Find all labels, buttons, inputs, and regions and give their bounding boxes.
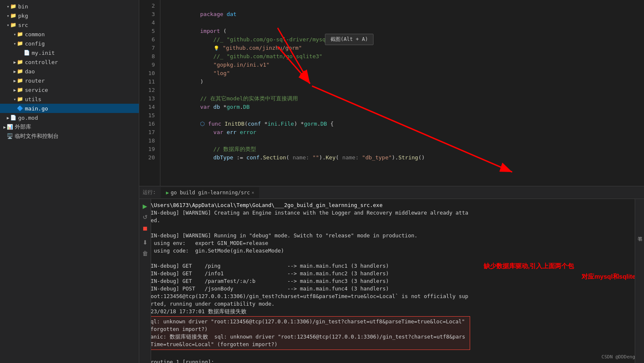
sidebar-item-common[interactable]: ▾ 📁 common bbox=[0, 30, 139, 39]
line-numbers: 2 3 4 5 6 7 8 9 10 11 12 13 14 15 16 17 … bbox=[139, 0, 160, 186]
code-line-3 bbox=[167, 10, 644, 19]
annotation-mysql-sqlite: 对应mysql和sqlite bbox=[582, 273, 636, 281]
sidebar-item-label: go.mod bbox=[18, 115, 38, 121]
code-line-12: // 在其它model的实体类中可直接调用 bbox=[167, 86, 644, 94]
sidebar-item-label: router bbox=[25, 78, 45, 84]
terminal-line-goroutine: goroutine 1 [running]: bbox=[144, 358, 470, 363]
folder-icon: 📁 bbox=[10, 3, 16, 9]
go-file-icon: 🔷 bbox=[17, 105, 23, 111]
terminal-line: C:\Users\86173\AppData\Local\Temp\GoLand… bbox=[144, 202, 470, 209]
folder-icon: 📁 bbox=[17, 68, 23, 74]
chevron-right-icon: ▶ bbox=[14, 78, 16, 83]
annotation-area: 缺少数据库驱动,引入上面两个包 对应mysql和sqlite CSDN @DDD… bbox=[475, 199, 644, 363]
chevron-icon: ▾ bbox=[7, 4, 9, 9]
sidebar-item-external[interactable]: ▶ 📊 外部库 bbox=[0, 122, 139, 132]
folder-icon: 📁 bbox=[17, 31, 23, 37]
chart-icon: 📊 bbox=[7, 124, 13, 130]
sidebar-item-label: main.go bbox=[25, 105, 48, 112]
trash-button[interactable]: 🗑 bbox=[141, 249, 150, 258]
terminal-line bbox=[144, 255, 470, 262]
sidebar-item-label: bin bbox=[18, 3, 28, 10]
sidebar-item-utils[interactable]: ▾ 📁 utils bbox=[0, 94, 139, 104]
folder-icon: 📁 bbox=[10, 13, 16, 19]
sidebar-item-controller[interactable]: ▶ 📁 controller bbox=[0, 57, 139, 67]
sidebar-item-label: controller bbox=[25, 59, 58, 65]
chevron-right-icon: ▶ bbox=[14, 69, 16, 74]
sidebar-item-gomod[interactable]: ▶ 📄 go.mod bbox=[0, 113, 139, 122]
error-box: sql: unknown driver "root:123456@tcp(127… bbox=[144, 316, 470, 350]
folder-icon: 📁 bbox=[17, 87, 23, 93]
sidebar-item-config[interactable]: ▾ 📁 config bbox=[0, 39, 139, 48]
terminal-line-route3: [GIN-debug] GET /paramTest/:a/:b --> mai… bbox=[144, 277, 470, 285]
terminal-line bbox=[144, 224, 470, 232]
sidebar-item-label: dao bbox=[25, 68, 35, 75]
terminal-line-route4: [GIN-debug] POST /jsonBody --> main.main… bbox=[144, 285, 470, 293]
terminal-line-route1: [GIN-debug] GET /ping --> main.main.func… bbox=[144, 262, 470, 270]
code-line-6: 💡 "github.com/jinzhu/gorm" bbox=[167, 35, 644, 44]
chevron-right-icon: ▶ bbox=[7, 116, 9, 120]
sidebar-item-bin[interactable]: ▾ 📁 bin bbox=[0, 2, 139, 11]
sidebar-item-label: common bbox=[25, 31, 45, 38]
sidebar-item-myinit[interactable]: ▾ 📄 my.init bbox=[0, 48, 139, 57]
sidebar-item-label: utils bbox=[25, 96, 41, 102]
sidebar-item-label: pkg bbox=[18, 13, 28, 19]
file-explorer: ▾ 📁 bin ▾ 📁 pkg ▾ 📁 src ▾ 📁 common ▾ 📁 c… bbox=[0, 0, 139, 363]
folder-icon: 📁 bbox=[17, 78, 23, 83]
stop-button[interactable]: ◼ bbox=[141, 223, 150, 233]
code-line-4: import ( bbox=[167, 19, 644, 27]
file-icon: 📄 bbox=[24, 50, 30, 56]
code-line-15: ⬡ func InitDB(conf *ini.File) *gorm.DB { bbox=[167, 111, 644, 120]
sidebar-item-dao[interactable]: ▶ 📁 dao bbox=[0, 67, 139, 76]
folder-icon: 📁 bbox=[10, 22, 16, 28]
code-editor[interactable]: 截图(Alt + A) package dat import ( //_ "gi… bbox=[160, 0, 644, 186]
sidebar-item-service[interactable]: ▶ 📁 service bbox=[0, 85, 139, 94]
side-panel-buttons: 书签 bbox=[635, 199, 644, 363]
chevron-right-icon: ▶ bbox=[14, 88, 16, 92]
folder-icon: 📁 bbox=[17, 59, 23, 65]
chevron-icon: ▾ bbox=[7, 23, 9, 27]
sidebar-item-label: my.init bbox=[32, 50, 55, 56]
terminal-line: [GIN-debug] [WARNING] Running in "debug"… bbox=[144, 232, 470, 239]
code-line-10: ) bbox=[167, 69, 644, 78]
sidebar-item-label: src bbox=[18, 22, 28, 28]
sidebar-item-src[interactable]: ▾ 📁 src bbox=[0, 20, 139, 30]
terminal-line bbox=[144, 351, 470, 358]
sidebar-item-label: config bbox=[25, 40, 45, 47]
download-button[interactable]: ⬇ bbox=[141, 238, 150, 247]
terminal-wrapper: ▶ ↺ ◼ ⬇ 🗑 C:\Users\86173\AppData\Local\T… bbox=[139, 199, 644, 363]
run-tab-label: go build gin-learnning/src bbox=[170, 190, 250, 196]
terminal-output[interactable]: C:\Users\86173\AppData\Local\Temp\GoLand… bbox=[139, 199, 475, 363]
run-tab[interactable]: ▶ go build gin-learnning/src ✕ bbox=[161, 187, 259, 198]
terminal-line-code: - using code: gin.SetMode(gin.ReleaseMod… bbox=[144, 247, 470, 255]
run-tab-bar: 运行: ▶ go build gin-learnning/src ✕ bbox=[139, 186, 644, 199]
close-icon[interactable]: ✕ bbox=[252, 190, 254, 195]
chevron-right-icon: ▶ bbox=[14, 60, 16, 65]
file-icon: 📄 bbox=[10, 115, 16, 121]
run-button[interactable]: ▶ bbox=[141, 202, 150, 211]
sidebar-item-label: 临时文件和控制台 bbox=[15, 132, 59, 140]
terminal-line-err2: panic: 数据库链接失败 sql: unknown driver "root… bbox=[147, 333, 467, 348]
chevron-icon: ▾ bbox=[14, 32, 16, 37]
run-label: 运行: bbox=[143, 189, 156, 196]
code-line-18: // 数据库的类型 bbox=[167, 137, 644, 145]
chevron-icon: ▾ bbox=[14, 41, 16, 46]
rerun-button[interactable]: ↺ bbox=[141, 212, 150, 222]
sidebar-item-tempfiles[interactable]: ▾ 🖥️ 临时文件和控制台 bbox=[0, 132, 139, 141]
annotation-db-missing: 缺少数据库驱动,引入上面两个包 bbox=[484, 262, 574, 270]
terminal-controls: ▶ ↺ ◼ ⬇ 🗑 bbox=[139, 199, 151, 363]
sidebar-item-label: 外部库 bbox=[15, 123, 31, 131]
sidebar-item-router[interactable]: ▶ 📁 router bbox=[0, 76, 139, 85]
console-icon: 🖥️ bbox=[7, 133, 13, 139]
sidebar-item-maingo[interactable]: ▾ 🔷 main.go bbox=[0, 104, 139, 113]
terminal-line-compat: `root:123456@tcp(127.0.0.1:3306)/gin_tes… bbox=[144, 293, 470, 308]
run-icon: ▶ bbox=[166, 190, 169, 196]
chevron-icon: ▾ bbox=[14, 97, 16, 102]
terminal-line-env: - using env: export GIN_MODE=release bbox=[144, 239, 470, 247]
sidebar-item-label: service bbox=[25, 87, 48, 93]
folder-icon: 📁 bbox=[17, 96, 23, 102]
code-line-2: package dat bbox=[167, 2, 644, 10]
chevron-right-icon: ▶ bbox=[3, 125, 6, 129]
code-line-11 bbox=[167, 78, 644, 86]
sidebar-item-pkg[interactable]: ▾ 📁 pkg bbox=[0, 11, 139, 20]
terminal-line-err1: sql: unknown driver "root:123456@tcp(127… bbox=[147, 318, 467, 333]
